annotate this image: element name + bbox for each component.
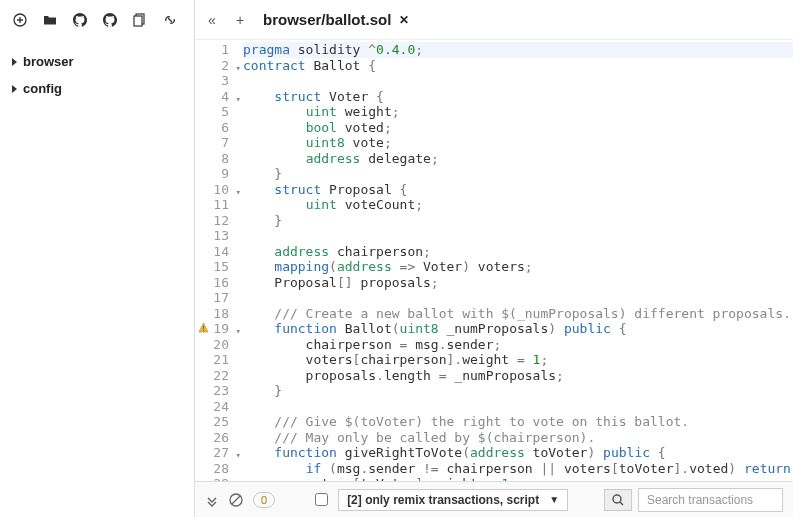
svg-rect-2: [134, 16, 142, 26]
gutter-row: 23: [195, 383, 243, 399]
code-line[interactable]: }: [243, 213, 793, 229]
add-tab-icon[interactable]: +: [231, 11, 249, 29]
code-line[interactable]: Proposal[] proposals;: [243, 275, 793, 291]
code-line[interactable]: address delegate;: [243, 151, 793, 167]
code-line[interactable]: pragma solidity ^0.4.0;: [243, 42, 793, 58]
tree-item-label: config: [23, 81, 62, 96]
code-line[interactable]: address chairperson;: [243, 244, 793, 260]
gutter-row: 19▾!: [195, 321, 243, 337]
search-button[interactable]: [604, 489, 632, 511]
gutter-row: 24: [195, 399, 243, 415]
code-line[interactable]: [243, 73, 793, 89]
transaction-filter-dropdown[interactable]: [2] only remix transactions, script ▼: [338, 489, 568, 511]
gutter-row: 10▾: [195, 182, 243, 198]
gutter-row: 13: [195, 228, 243, 244]
gutter-row: 18: [195, 306, 243, 322]
github-icon[interactable]: [102, 12, 118, 28]
code-line[interactable]: uint8 vote;: [243, 135, 793, 151]
code-line[interactable]: function giveRightToVote(address toVoter…: [243, 445, 793, 461]
code-line[interactable]: mapping(address => Voter) voters;: [243, 259, 793, 275]
main-area: « + browser/ballot.sol ✕ 12▾34▾5678910▾1…: [195, 0, 793, 517]
gutter-row: 11: [195, 197, 243, 213]
code-line[interactable]: function Ballot(uint8 _numProposals) pub…: [243, 321, 793, 337]
file-tree: browser config: [0, 40, 194, 110]
file-toolbar: [0, 0, 194, 40]
expand-terminal-icon[interactable]: [205, 493, 219, 507]
copy-icon[interactable]: [132, 12, 148, 28]
svg-text:!: !: [201, 324, 205, 333]
gutter-row: 9: [195, 166, 243, 182]
code-line[interactable]: uint voteCount;: [243, 197, 793, 213]
code-line[interactable]: voters[toVoter].weight = 1;: [243, 476, 793, 481]
caret-right-icon: [12, 58, 17, 66]
code-content[interactable]: pragma solidity ^0.4.0;contract Ballot {…: [243, 40, 793, 481]
gutter-row: 29: [195, 476, 243, 481]
svg-point-5: [613, 495, 621, 503]
gutter-row: 28: [195, 461, 243, 477]
code-line[interactable]: [243, 290, 793, 306]
sidebar: browser config: [0, 0, 195, 517]
gutter-row: 25: [195, 414, 243, 430]
gutter-row: 7: [195, 135, 243, 151]
code-line[interactable]: struct Proposal {: [243, 182, 793, 198]
caret-down-icon: ▼: [549, 494, 559, 505]
code-line[interactable]: }: [243, 383, 793, 399]
code-line[interactable]: [243, 399, 793, 415]
code-line[interactable]: uint weight;: [243, 104, 793, 120]
tab-active[interactable]: browser/ballot.sol ✕: [259, 11, 413, 28]
folder-open-icon[interactable]: [42, 12, 58, 28]
gutter-row: 15: [195, 259, 243, 275]
gutter-row: 4▾: [195, 89, 243, 105]
tab-bar: « + browser/ballot.sol ✕: [195, 0, 793, 40]
code-line[interactable]: /// Give $(toVoter) the right to vote on…: [243, 414, 793, 430]
code-line[interactable]: if (msg.sender != chairperson || voters[…: [243, 461, 793, 477]
warning-icon[interactable]: !: [198, 322, 209, 333]
tree-item-config[interactable]: config: [0, 75, 194, 102]
gutter-row: 27▾: [195, 445, 243, 461]
clear-icon[interactable]: [229, 493, 243, 507]
terminal-bar: 0 [2] only remix transactions, script ▼: [195, 481, 793, 517]
code-line[interactable]: contract Ballot {: [243, 58, 793, 74]
gutter-row: 1: [195, 42, 243, 58]
gutter-row: 3: [195, 73, 243, 89]
gutter-row: 17: [195, 290, 243, 306]
gutter-row: 21: [195, 352, 243, 368]
code-line[interactable]: /// May only be called by $(chairperson)…: [243, 430, 793, 446]
gutter-row: 8: [195, 151, 243, 167]
line-gutter: 12▾34▾5678910▾111213141516171819▾!202122…: [195, 40, 243, 481]
close-icon[interactable]: ✕: [399, 13, 409, 27]
code-editor[interactable]: 12▾34▾5678910▾111213141516171819▾!202122…: [195, 40, 793, 481]
caret-right-icon: [12, 85, 17, 93]
github-icon[interactable]: [72, 12, 88, 28]
dropdown-label: [2] only remix transactions, script: [347, 493, 539, 507]
code-line[interactable]: voters[chairperson].weight = 1;: [243, 352, 793, 368]
code-line[interactable]: /// Create a new ballot with $(_numPropo…: [243, 306, 793, 322]
code-line[interactable]: proposals.length = _numProposals;: [243, 368, 793, 384]
pending-count[interactable]: 0: [253, 492, 275, 508]
code-line[interactable]: }: [243, 166, 793, 182]
tab-title: browser/ballot.sol: [263, 11, 391, 28]
gutter-row: 26: [195, 430, 243, 446]
gutter-row: 5: [195, 104, 243, 120]
search-input[interactable]: [638, 488, 783, 512]
gutter-row: 20: [195, 337, 243, 353]
gutter-row: 16: [195, 275, 243, 291]
gutter-row: 22: [195, 368, 243, 384]
tree-item-label: browser: [23, 54, 74, 69]
gutter-row: 2▾: [195, 58, 243, 74]
new-file-icon[interactable]: [12, 12, 28, 28]
listen-checkbox[interactable]: [315, 493, 328, 506]
code-line[interactable]: bool voted;: [243, 120, 793, 136]
gutter-row: 12: [195, 213, 243, 229]
link-icon[interactable]: [162, 12, 178, 28]
code-line[interactable]: [243, 228, 793, 244]
code-line[interactable]: struct Voter {: [243, 89, 793, 105]
gutter-row: 6: [195, 120, 243, 136]
code-line[interactable]: chairperson = msg.sender;: [243, 337, 793, 353]
tree-item-browser[interactable]: browser: [0, 48, 194, 75]
collapse-panel-icon[interactable]: «: [203, 11, 221, 29]
gutter-row: 14: [195, 244, 243, 260]
